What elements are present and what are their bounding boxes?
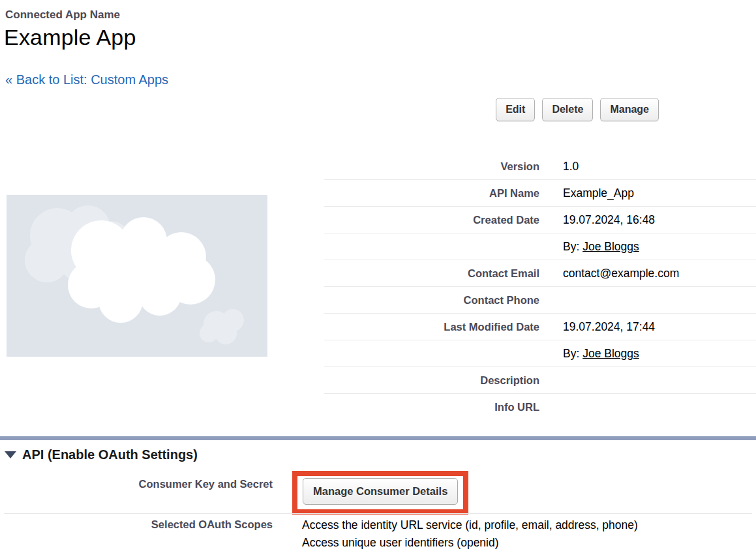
page-title: Example App <box>4 25 136 50</box>
oauth-scope-item: Access unique user identifiers (openid) <box>302 534 638 552</box>
consumer-key-secret-label: Consumer Key and Secret <box>0 478 273 490</box>
detail-label: Contact Email <box>324 267 539 280</box>
oauth-scope-item: Access the identity URL service (id, pro… <box>302 516 638 534</box>
detail-row-last-modified-date: Last Modified Date 19.07.2024, 17:44 <box>324 314 756 340</box>
detail-label: Info URL <box>324 401 539 413</box>
detail-row-modified-by: By: Joe Bloggs <box>324 340 756 367</box>
section-collapse-triangle-icon[interactable] <box>5 451 16 458</box>
modified-by-user-link[interactable]: Joe Bloggs <box>582 347 639 360</box>
oauth-scopes-list: Access the identity URL service (id, pro… <box>302 516 638 552</box>
connected-app-detail-page: Connected App Name Example App « Back to… <box>0 0 756 553</box>
detail-value: By: Joe Bloggs <box>539 347 639 361</box>
detail-value: 19.07.2024, 16:48 <box>539 213 655 227</box>
detail-label: Contact Phone <box>324 294 539 306</box>
detail-label: Description <box>324 374 539 387</box>
red-highlight-annotation: Manage Consumer Details <box>292 471 468 515</box>
section-divider-bar <box>0 436 756 440</box>
detail-label: Last Modified Date <box>324 321 539 333</box>
detail-value: Example_App <box>539 187 634 200</box>
manage-consumer-details-button[interactable]: Manage Consumer Details <box>303 478 458 505</box>
detail-row-contact-email: Contact Email contact@example.com <box>324 260 756 287</box>
detail-row-contact-phone: Contact Phone <box>324 287 756 314</box>
detail-label: API Name <box>324 187 539 200</box>
detail-row-api-name: API Name Example_App <box>324 180 756 207</box>
detail-row-created-by: By: Joe Bloggs <box>324 233 756 260</box>
detail-label: Created Date <box>324 214 539 226</box>
edit-button[interactable]: Edit <box>496 98 535 121</box>
row-separator <box>4 513 752 514</box>
connected-app-name-label: Connected App Name <box>5 8 120 22</box>
cloud-icon <box>7 195 267 357</box>
detail-label: Version <box>324 160 539 173</box>
toolbar: Edit Delete Manage <box>496 98 659 121</box>
detail-row-created-date: Created Date 19.07.2024, 16:48 <box>324 207 756 233</box>
created-by-user-link[interactable]: Joe Bloggs <box>582 240 639 253</box>
selected-oauth-scopes-label: Selected OAuth Scopes <box>0 518 273 531</box>
detail-table: Version 1.0 API Name Example_App Created… <box>324 153 756 421</box>
detail-value: By: Joe Bloggs <box>539 240 639 254</box>
manage-button[interactable]: Manage <box>600 98 659 121</box>
oauth-section-title: API (Enable OAuth Settings) <box>22 447 198 462</box>
detail-value: contact@example.com <box>539 267 679 280</box>
detail-row-version: Version 1.0 <box>324 153 756 180</box>
detail-value: 19.07.2024, 17:44 <box>539 320 655 334</box>
detail-row-description: Description <box>324 367 756 394</box>
detail-row-info-url: Info URL <box>324 394 756 421</box>
delete-button[interactable]: Delete <box>542 98 593 121</box>
back-to-list-link[interactable]: « Back to List: Custom Apps <box>5 72 168 87</box>
app-logo-cloud-image <box>7 195 267 357</box>
detail-value: 1.0 <box>539 160 579 173</box>
